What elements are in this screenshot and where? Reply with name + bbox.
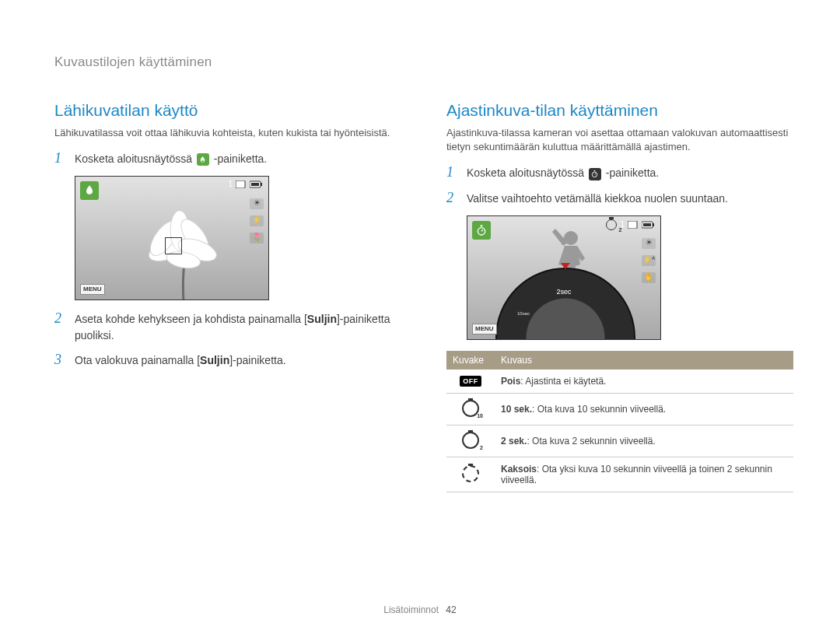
svg-rect-20 xyxy=(643,223,651,226)
svg-rect-8 xyxy=(261,183,262,186)
memory-icon xyxy=(628,221,639,229)
off-icon: OFF xyxy=(460,376,481,387)
menu-button[interactable]: MENU xyxy=(472,324,497,335)
content-columns: Lähikuvatilan käyttö Lähikuvatilassa voi… xyxy=(54,101,793,492)
step-number: 3 xyxy=(54,352,67,368)
wheel-current-label: 2sec xyxy=(556,288,571,296)
macro-mode-badge-icon xyxy=(80,181,99,200)
footer-page-number: 42 xyxy=(446,604,456,615)
page-footer: Lisätoiminnot 42 xyxy=(0,604,840,615)
battery-icon xyxy=(250,180,264,188)
cell-desc: Kaksois: Ota yksi kuva 10 sekunnin viive… xyxy=(495,457,793,492)
table-row: OFF Pois: Ajastinta ei käytetä. xyxy=(446,370,793,394)
step-number: 2 xyxy=(446,191,459,206)
wheel-left-label: 10sec xyxy=(517,311,530,316)
right-intro: Ajastinkuva-tilassa kameran voi asettaa … xyxy=(446,126,793,154)
bold-frag: Suljin xyxy=(200,354,229,366)
memory-icon xyxy=(236,180,247,188)
th-desc: Kuvaus xyxy=(495,351,793,370)
text-frag: Aseta kohde kehykseen ja kohdista painam… xyxy=(75,313,307,325)
flash-off-icon: ⚡ xyxy=(250,215,264,226)
text-frag: : Ajastinta ei käytetä. xyxy=(520,376,606,387)
macro-mode-icon xyxy=(197,153,209,166)
timer-2-icon xyxy=(606,219,617,230)
svg-line-16 xyxy=(481,229,483,231)
manual-page: Kuvaustilojen käyttäminen Lähikuvatilan … xyxy=(0,0,840,634)
left-title: Lähikuvatilan käyttö xyxy=(54,101,401,120)
wheel-tick-labels: 10sec xyxy=(517,311,611,316)
table-row: Kaksois: Ota yksi kuva 10 sekunnin viive… xyxy=(446,457,793,492)
left-step-2: 2 Aseta kohde kehykseen ja kohdista pain… xyxy=(54,311,401,343)
right-step-1: 1 Kosketa aloitusnäytössä -painiketta. xyxy=(446,165,793,180)
svg-rect-15 xyxy=(481,225,483,226)
svg-rect-17 xyxy=(628,221,637,229)
timer-double-icon xyxy=(462,465,479,482)
svg-rect-6 xyxy=(236,180,245,188)
macro-small-icon: 🌷 xyxy=(250,233,264,243)
macro-screenshot: 1 ☀ ⚡ 🌷 MENU xyxy=(75,176,269,300)
step-text: Ota valokuva painamalla [Suljin]-painike… xyxy=(75,352,286,368)
text-frag: : Ota yksi kuva 10 sekunnin viiveellä ja… xyxy=(501,464,772,485)
cell-icon xyxy=(446,425,495,457)
svg-rect-11 xyxy=(594,170,596,171)
cell-desc: Pois: Ajastinta ei käytetä. xyxy=(495,370,793,394)
cell-icon xyxy=(446,393,495,425)
bold-frag: Suljin xyxy=(307,313,337,325)
exposure-icon: ☀ xyxy=(642,238,656,249)
left-column: Lähikuvatilan käyttö Lähikuvatilassa voi… xyxy=(54,101,401,492)
step-number: 1 xyxy=(446,165,459,180)
text-frag: Kosketa aloitusnäytössä xyxy=(467,166,587,179)
timer-10-icon xyxy=(462,400,479,417)
shot-side-icons: ☀ ⚡ᴬ ✋ xyxy=(642,238,656,283)
shot-topbar: 1 xyxy=(228,180,264,188)
table-row: 2 sek.: Ota kuva 2 sekunnin viiveellä. xyxy=(446,425,793,457)
shot-count: 1 xyxy=(228,180,233,188)
table-row: 10 sek.: Ota kuva 10 sekunnin viiveellä. xyxy=(446,393,793,425)
left-intro: Lähikuvatilassa voit ottaa lähikuvia koh… xyxy=(54,126,401,140)
right-column: Ajastinkuva-tilan käyttäminen Ajastinkuv… xyxy=(446,101,793,492)
bold-frag: 10 sek. xyxy=(501,404,532,415)
step-text: Kosketa aloitusnäytössä -painiketta. xyxy=(75,151,267,166)
timer-mode-badge-icon xyxy=(472,221,491,240)
timer-mode-icon xyxy=(589,168,601,180)
left-step-1: 1 Kosketa aloitusnäytössä -painiketta. xyxy=(54,151,401,166)
shot-topbar: 1 xyxy=(606,219,656,230)
bold-frag: Kaksois xyxy=(501,464,537,475)
text-frag: -painiketta. xyxy=(214,152,267,165)
right-title: Ajastinkuva-tilan käyttäminen xyxy=(446,101,793,120)
exposure-icon: ☀ xyxy=(250,198,264,209)
page-header: Kuvaustilojen käyttäminen xyxy=(54,54,793,70)
left-step-3: 3 Ota valokuva painamalla [Suljin]-paini… xyxy=(54,352,401,368)
right-step-2: 2 Valitse vaihtoehto vetämällä kiekkoa n… xyxy=(446,191,793,206)
stabilizer-icon: ✋ xyxy=(642,272,656,283)
step-text: Valitse vaihtoehto vetämällä kiekkoa nuo… xyxy=(467,191,728,206)
text-frag: : Ota kuva 10 sekunnin viiveellä. xyxy=(532,404,666,415)
timer-2-icon xyxy=(462,432,479,449)
battery-icon xyxy=(642,221,656,229)
bold-frag: 2 sek. xyxy=(501,436,527,447)
cell-desc: 10 sek.: Ota kuva 10 sekunnin viiveellä. xyxy=(495,393,793,425)
focus-frame-icon xyxy=(165,237,182,254)
step-text: Kosketa aloitusnäytössä -painiketta. xyxy=(467,165,659,180)
timer-screenshot: 1 ☀ ⚡ᴬ ✋ 2sec 10sec MENU xyxy=(467,215,661,340)
step-text: Aseta kohde kehykseen ja kohdista painam… xyxy=(75,311,401,343)
shot-side-icons: ☀ ⚡ 🌷 xyxy=(250,198,264,243)
th-icon: Kuvake xyxy=(446,351,495,370)
step-number: 1 xyxy=(54,151,67,166)
cell-icon xyxy=(446,457,495,492)
bold-frag: Pois xyxy=(501,376,520,387)
timer-options-table: Kuvake Kuvaus OFF Pois: Ajastinta ei käy… xyxy=(446,351,793,492)
svg-line-12 xyxy=(595,173,596,174)
step-number: 2 xyxy=(54,311,67,343)
text-frag: Kosketa aloitusnäytössä xyxy=(75,152,195,165)
cell-desc: 2 sek.: Ota kuva 2 sekunnin viiveellä. xyxy=(495,425,793,457)
text-frag: Ota valokuva painamalla [ xyxy=(75,354,200,366)
svg-rect-19 xyxy=(653,223,654,226)
text-frag: ]-painiketta. xyxy=(229,354,285,366)
menu-button[interactable]: MENU xyxy=(80,284,105,295)
footer-section: Lisätoiminnot xyxy=(383,604,439,615)
text-frag: -painiketta. xyxy=(606,166,659,179)
text-frag: : Ota kuva 2 sekunnin viiveellä. xyxy=(527,436,655,447)
svg-rect-9 xyxy=(251,183,259,186)
timer-wheel[interactable] xyxy=(495,268,635,340)
